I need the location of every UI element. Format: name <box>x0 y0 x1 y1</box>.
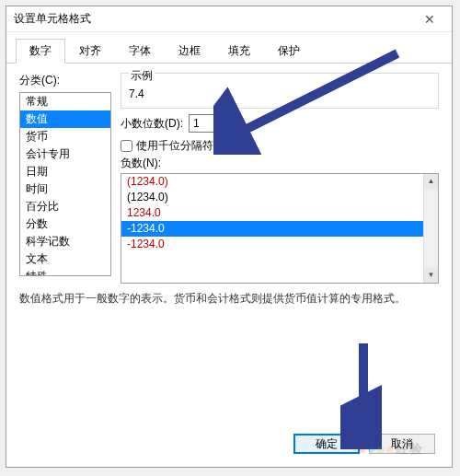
category-item[interactable]: 时间 <box>20 180 110 198</box>
close-icon[interactable]: ✕ <box>415 12 444 27</box>
category-item[interactable]: 常规 <box>20 93 110 110</box>
category-item[interactable]: 日期 <box>20 163 110 180</box>
thousands-label: 使用千位分隔符(,)(U) <box>136 138 239 154</box>
decimal-spinner[interactable]: ▲ ▼ <box>189 114 238 133</box>
scroll-up-icon[interactable]: ▲ <box>424 174 438 189</box>
tab-4[interactable]: 填充 <box>214 39 264 64</box>
category-item[interactable]: 货币 <box>20 128 110 145</box>
decimal-label: 小数位数(D): <box>121 116 183 132</box>
decimal-input[interactable] <box>189 114 225 133</box>
cancel-button[interactable]: 取消 <box>369 434 435 454</box>
category-label: 分类(C): <box>19 73 111 88</box>
sample-label: 示例 <box>129 68 155 84</box>
sample-group: 示例 7.4 <box>121 73 439 109</box>
category-item[interactable]: 科学记数 <box>20 233 110 250</box>
format-description: 数值格式用于一般数字的表示。货币和会计格式则提供货币值计算的专用格式。 <box>19 284 439 310</box>
dialog-footer: 确定 取消 <box>6 424 452 467</box>
tab-strip: 数字对齐字体边框填充保护 <box>6 32 452 64</box>
negative-label: 负数(N): <box>121 156 439 171</box>
negative-item[interactable]: (1234.0) <box>121 190 438 205</box>
format-cells-dialog: 设置单元格格式 ✕ 数字对齐字体边框填充保护 分类(C): 常规数值货币会计专用… <box>6 6 453 468</box>
category-item[interactable]: 数值 <box>20 110 110 128</box>
spinner-up-icon[interactable]: ▲ <box>225 114 238 123</box>
category-item[interactable]: 文本 <box>20 250 110 268</box>
titlebar: 设置单元格格式 ✕ <box>6 6 452 32</box>
negative-item[interactable]: -1234.0 <box>121 221 438 237</box>
category-list[interactable]: 常规数值货币会计专用日期时间百分比分数科学记数文本特殊自定义 <box>19 92 111 276</box>
thousands-checkbox[interactable] <box>121 140 132 152</box>
dialog-body: 分类(C): 常规数值货币会计专用日期时间百分比分数科学记数文本特殊自定义 示例… <box>6 64 452 424</box>
scroll-down-icon[interactable]: ▼ <box>424 268 438 283</box>
category-item[interactable]: 百分比 <box>20 198 110 215</box>
tab-5[interactable]: 保护 <box>264 39 314 64</box>
dialog-title: 设置单元格格式 <box>14 11 415 27</box>
negative-list[interactable]: (1234.0)(1234.0)1234.0-1234.0-1234.0 ▲ ▼ <box>121 173 439 284</box>
tab-1[interactable]: 对齐 <box>65 39 115 64</box>
scrollbar[interactable]: ▲ ▼ <box>423 174 438 283</box>
tab-0[interactable]: 数字 <box>16 39 65 64</box>
sample-value: 7.4 <box>129 87 431 100</box>
spinner-down-icon[interactable]: ▼ <box>225 123 238 133</box>
negative-item[interactable]: 1234.0 <box>121 205 438 221</box>
tab-2[interactable]: 字体 <box>115 39 165 64</box>
thousands-checkbox-row: 使用千位分隔符(,)(U) <box>121 138 439 154</box>
decimal-row: 小数位数(D): ▲ ▼ <box>121 114 439 133</box>
category-item[interactable]: 分数 <box>20 215 110 233</box>
ok-button[interactable]: 确定 <box>293 434 360 454</box>
negative-item[interactable]: -1234.0 <box>121 237 438 252</box>
negative-item[interactable]: (1234.0) <box>121 174 438 190</box>
category-item[interactable]: 特殊 <box>20 268 110 276</box>
category-item[interactable]: 会计专用 <box>20 145 110 163</box>
tab-3[interactable]: 边框 <box>165 39 214 64</box>
